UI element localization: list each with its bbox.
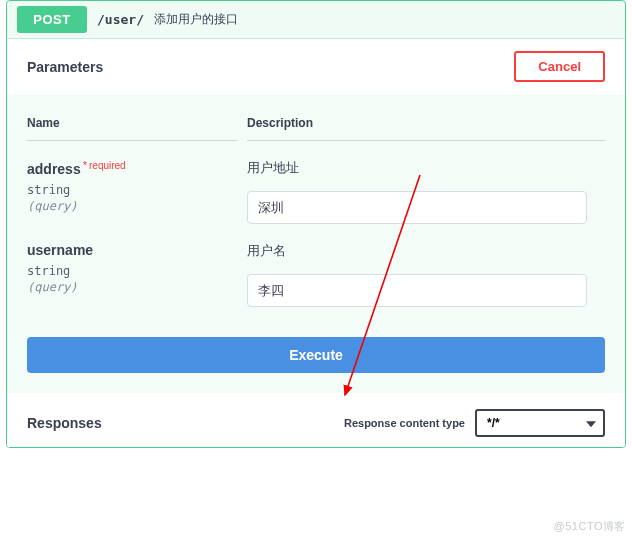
- param-input-username[interactable]: [247, 274, 587, 307]
- responses-title: Responses: [27, 415, 102, 431]
- operation-header[interactable]: POST /user/ 添加用户的接口: [7, 1, 625, 39]
- api-operation-panel: POST /user/ 添加用户的接口 Parameters Cancel Na…: [6, 0, 626, 448]
- column-header-description: Description: [247, 94, 605, 141]
- param-desc-cell: 用户名: [247, 224, 605, 307]
- param-location: (query): [27, 280, 237, 294]
- param-name: username: [27, 242, 93, 258]
- parameters-body: Name Description address*required string…: [7, 94, 625, 393]
- response-content-type-group: Response content type */*: [344, 409, 605, 437]
- required-star-icon: *: [83, 159, 87, 171]
- param-name-cell: username string (query): [27, 224, 237, 307]
- responses-header-row: Responses Response content type */*: [7, 393, 625, 447]
- param-name: address: [27, 161, 81, 177]
- param-desc-cell: 用户地址: [247, 141, 605, 224]
- required-label: required: [89, 160, 126, 171]
- parameters-title: Parameters: [27, 59, 103, 75]
- param-input-address[interactable]: [247, 191, 587, 224]
- http-method-badge: POST: [17, 6, 87, 33]
- column-header-name: Name: [27, 94, 237, 141]
- param-type: string: [27, 183, 237, 197]
- param-location: (query): [27, 199, 237, 213]
- chevron-down-icon: */*: [475, 409, 605, 437]
- param-name-cell: address*required string (query): [27, 141, 237, 224]
- endpoint-path: /user/: [97, 12, 144, 27]
- param-description: 用户名: [247, 242, 605, 260]
- cancel-button[interactable]: Cancel: [514, 51, 605, 82]
- endpoint-summary: 添加用户的接口: [154, 11, 238, 28]
- param-description: 用户地址: [247, 159, 605, 177]
- response-content-type-select[interactable]: */*: [475, 409, 605, 437]
- param-type: string: [27, 264, 237, 278]
- execute-button[interactable]: Execute: [27, 337, 605, 373]
- parameters-header-row: Parameters Cancel: [7, 39, 625, 94]
- watermark: @51CTO博客: [554, 519, 626, 534]
- response-content-type-label: Response content type: [344, 417, 465, 429]
